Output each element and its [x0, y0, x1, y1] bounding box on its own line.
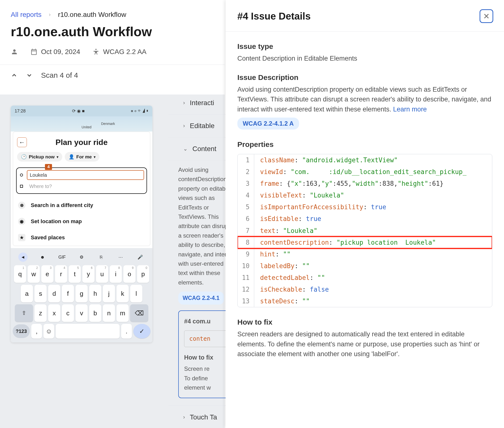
category-label: Touch Ta	[190, 413, 217, 421]
back-button[interactable]: ←	[17, 137, 27, 147]
key[interactable]: x	[48, 304, 60, 322]
standard-group: WCAG 2.2 AA	[92, 48, 146, 56]
kb-tool-icon[interactable]: ◄	[18, 252, 28, 262]
howto-heading: How to fix	[237, 318, 492, 326]
kb-tool-icon[interactable]: GIF	[57, 252, 67, 262]
chevron-up-icon[interactable]	[11, 72, 18, 79]
kb-tool-icon[interactable]: ⋯	[116, 252, 125, 262]
code-line: 6isEditable: true	[238, 213, 492, 225]
category-label: Content	[192, 145, 216, 153]
key[interactable]: b	[89, 304, 101, 322]
key[interactable]: d	[48, 285, 60, 302]
option-icon: ★	[18, 234, 25, 241]
map-label: United	[82, 125, 91, 129]
kb-tool-icon[interactable]: ☻	[38, 252, 47, 262]
category-label: Editable	[190, 122, 214, 130]
chip[interactable]: 🕑Pickup now▾	[17, 152, 62, 162]
key[interactable]: a	[21, 285, 33, 302]
scan-nav: Scan 4 of 4	[0, 65, 225, 86]
key[interactable]: g	[75, 285, 88, 302]
key[interactable]: e3	[41, 265, 53, 283]
chip-label: For me	[76, 154, 92, 160]
chip-icon: 🕑	[21, 154, 27, 160]
key-comma[interactable]: ,	[31, 324, 42, 339]
key-123[interactable]: ?123	[13, 324, 30, 338]
key[interactable]: i8	[110, 265, 122, 283]
standard-value: WCAG 2.2 AA	[103, 48, 146, 56]
key[interactable]: w2	[28, 265, 40, 283]
key[interactable]: k	[116, 285, 129, 302]
page-title: r10.one.auth Workflow	[0, 19, 225, 39]
code-line: 5isImportantForAccessibility: true	[238, 201, 492, 213]
scan-counter: Scan 4 of 4	[41, 71, 78, 79]
key[interactable]: f	[62, 285, 74, 302]
code-line: 2viewId: "com. :id/ub__location_edit_sea…	[238, 166, 492, 178]
key[interactable]: q1	[14, 265, 26, 283]
option-label: Search in a different city	[31, 202, 93, 209]
key[interactable]: h	[89, 285, 101, 302]
issue-badge[interactable]: 4	[45, 164, 52, 170]
key[interactable]: y6	[82, 265, 94, 283]
key[interactable]: n	[103, 304, 115, 322]
key[interactable]: o9	[123, 265, 136, 283]
destination-placeholder[interactable]: Where to?	[27, 184, 144, 189]
chevron-right-icon: ›	[183, 100, 185, 106]
chevron-right-icon: ›	[183, 414, 185, 420]
key[interactable]: t5	[69, 265, 81, 283]
key[interactable]: j	[103, 285, 115, 302]
pickup-input[interactable]	[27, 170, 144, 180]
key[interactable]: p0	[137, 265, 149, 283]
kb-tool-icon[interactable]: ⎘	[96, 252, 106, 262]
key-shift[interactable]: ⇧	[15, 304, 33, 322]
chip-label: Pickup now	[29, 154, 55, 160]
option-icon: ⊗	[18, 202, 25, 209]
kb-tool-icon[interactable]: ⚙	[77, 252, 86, 262]
chevron-down-icon[interactable]	[26, 72, 33, 79]
chip[interactable]: 👤For me▾	[65, 152, 99, 162]
author-group	[11, 48, 18, 55]
meta-row: Oct 09, 2024 WCAG 2.2 AA	[0, 39, 225, 56]
issue-desc-heading: Issue Description	[237, 73, 492, 82]
key-space[interactable]	[56, 324, 120, 339]
calendar-icon	[30, 48, 38, 55]
chevron-right-icon: ›	[49, 11, 51, 18]
svg-point-0	[95, 49, 97, 50]
status-time: 17:28	[15, 109, 26, 114]
issue-detail-panel: #4 Issue Details Issue type Content Desc…	[226, 0, 504, 428]
close-button[interactable]	[480, 9, 493, 23]
key[interactable]: u7	[96, 265, 108, 283]
key[interactable]: m	[116, 304, 129, 322]
status-bar: 17:28 ⟳ ◉ ■ ▣ ⊘ ᯤ ◢ ▮	[11, 106, 152, 116]
key[interactable]: z	[34, 304, 47, 322]
code-line: 13stateDesc: ""	[238, 295, 492, 307]
key[interactable]: v	[75, 304, 88, 322]
properties-code: 1className: "android.widget.TextView"2vi…	[237, 154, 492, 307]
option-row[interactable]: ★Saved places	[13, 230, 150, 246]
howto-text: Screen readers are designed to automatic…	[237, 329, 492, 359]
map-strip: United Denmark	[11, 116, 152, 132]
breadcrumb-root[interactable]: All reports	[11, 11, 42, 19]
origin-dot-icon	[20, 174, 23, 176]
code-line: 3frame: {"x":163,"y":455,"width":838,"he…	[238, 178, 492, 189]
key-backspace[interactable]: ⌫	[130, 304, 148, 322]
breadcrumb: All reports › r10.one.auth Workflow	[0, 0, 225, 19]
kb-tool-icon[interactable]: 🎤	[136, 252, 145, 262]
key[interactable]: l	[130, 285, 142, 302]
learn-more-link[interactable]: Learn more	[393, 106, 427, 113]
key[interactable]: s	[34, 285, 47, 302]
key-period[interactable]: .	[121, 324, 132, 339]
code-line: 12isCheckable: false	[238, 284, 492, 295]
code-line: 7text: "Loukela"	[238, 225, 492, 237]
chip-icon: 👤	[69, 154, 74, 160]
key-emoji[interactable]: ☺	[43, 324, 54, 339]
key[interactable]: c	[62, 304, 74, 322]
key[interactable]: r4	[55, 265, 67, 283]
location-group: Where to?	[16, 167, 147, 194]
option-row[interactable]: ◉Set location on map	[13, 213, 150, 230]
chevron-right-icon: ›	[183, 123, 185, 129]
issue-type-heading: Issue type	[237, 42, 492, 51]
code-line: 9hint: ""	[238, 248, 492, 260]
code-line: 8contentDescription: "pickup location Lo…	[238, 237, 492, 248]
option-row[interactable]: ⊗Search in a different city	[13, 197, 150, 213]
key-enter[interactable]: ✓	[133, 324, 150, 339]
